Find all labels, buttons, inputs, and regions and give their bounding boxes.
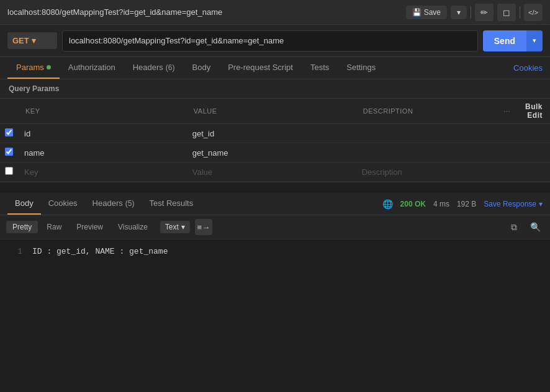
tab-tests[interactable]: Tests	[302, 57, 338, 79]
fmt-tab-preview[interactable]: Preview	[70, 221, 109, 233]
divider	[471, 6, 471, 19]
format-bar: Pretty Raw Preview Visualize Text ▾ ≡→ ⧉…	[0, 215, 550, 239]
resp-tab-cookies[interactable]: Cookies	[41, 193, 85, 215]
title-url: localhost:8080/getMappingTest?id=get_id&…	[7, 7, 222, 17]
chevron-icon: ▾	[457, 8, 461, 17]
placeholder-desc-input[interactable]	[362, 167, 490, 177]
placeholder-checkbox[interactable]	[5, 166, 13, 176]
resp-tab-headers[interactable]: Headers (5)	[85, 193, 142, 215]
tab-authorization-label: Authorization	[68, 63, 115, 72]
row2-bulk	[518, 143, 550, 163]
code-button[interactable]: </>	[524, 4, 543, 21]
pencil-icon: ✏	[480, 7, 488, 17]
query-params-title: Query Params	[0, 79, 550, 99]
row1-desc-cell	[356, 124, 497, 143]
wrap-lines-button[interactable]: ≡→	[195, 219, 212, 235]
resp-tab-test-results[interactable]: Test Results	[142, 193, 201, 215]
tab-headers-label: Headers	[133, 63, 163, 72]
cookies-link[interactable]: Cookies	[513, 63, 543, 73]
copy-button[interactable]: ⧉	[505, 219, 523, 235]
send-button[interactable]: Send	[483, 30, 526, 51]
code-line-1: 1 ID : get_id, NAME : get_name	[0, 246, 550, 257]
row1-key-cell	[18, 124, 186, 143]
row2-key-input[interactable]	[24, 148, 180, 158]
query-params-section: Query Params KEY VALUE DESCRIPTION ··· B…	[0, 79, 550, 182]
row2-value-input[interactable]	[192, 148, 349, 158]
row2-desc-cell	[356, 143, 497, 163]
send-dropdown-button[interactable]: ▾	[526, 30, 543, 51]
title-actions: 💾 Save ▾ ✏ ◻ </>	[406, 4, 543, 21]
save-response-label: Save Response	[484, 200, 536, 208]
fmt-tab-raw[interactable]: Raw	[40, 221, 68, 233]
row2-checkbox-cell	[0, 143, 18, 163]
header-bulk-edit: Bulk Edit	[518, 99, 550, 124]
dropdown-button[interactable]: ▾	[451, 6, 467, 19]
header-checkbox	[0, 99, 18, 124]
placeholder-key-cell	[18, 163, 186, 182]
save-button[interactable]: 💾 Save	[406, 6, 447, 19]
row2-key-cell	[18, 143, 186, 163]
row1-checkbox-cell	[0, 124, 18, 143]
params-dot	[47, 65, 51, 69]
fmt-visualize-label: Visualize	[118, 223, 148, 231]
row1-dots	[496, 124, 518, 143]
tab-pre-request[interactable]: Pre-request Script	[219, 57, 302, 79]
comment-button[interactable]: ◻	[497, 4, 516, 21]
format-select-chevron: ▾	[181, 223, 185, 231]
resp-tab-headers-label: Headers	[92, 198, 123, 208]
code-icon: </>	[528, 9, 538, 16]
row1-checkbox[interactable]	[5, 128, 13, 137]
row1-value-input[interactable]	[192, 129, 349, 138]
method-chevron: ▾	[32, 36, 36, 45]
section-spacer	[0, 182, 550, 193]
status-code: 200 OK	[400, 200, 426, 208]
code-area: 1 ID : get_id, NAME : get_name	[0, 239, 550, 314]
url-input[interactable]	[62, 30, 478, 51]
send-chevron-icon: ▾	[533, 37, 536, 45]
send-button-group: Send ▾	[483, 30, 543, 51]
resp-tab-body[interactable]: Body	[7, 193, 41, 215]
save-response-chevron: ▾	[539, 200, 543, 208]
fmt-raw-label: Raw	[47, 223, 61, 231]
placeholder-desc-cell	[356, 163, 497, 182]
placeholder-key-input[interactable]	[24, 167, 180, 177]
format-select[interactable]: Text ▾	[160, 221, 190, 233]
row1-key-input[interactable]	[24, 129, 180, 138]
header-description: DESCRIPTION	[356, 99, 497, 124]
placeholder-checkbox-cell	[0, 163, 18, 182]
tab-authorization[interactable]: Authorization	[60, 57, 124, 79]
search-icon: 🔍	[530, 222, 541, 232]
header-key: KEY	[18, 99, 186, 124]
search-button[interactable]: 🔍	[526, 219, 544, 235]
row1-value-cell	[186, 124, 356, 143]
save-icon: 💾	[412, 8, 422, 17]
save-response-button[interactable]: Save Response ▾	[484, 200, 543, 208]
row2-desc-input[interactable]	[362, 148, 490, 158]
wrap-lines-icon: ≡→	[197, 223, 210, 232]
comment-icon: ◻	[503, 7, 510, 17]
pencil-button[interactable]: ✏	[475, 4, 494, 21]
tab-headers[interactable]: Headers (6)	[124, 57, 184, 79]
table-row-placeholder	[0, 163, 550, 182]
tab-body[interactable]: Body	[184, 57, 220, 79]
url-bar: GET ▾ Send ▾	[0, 25, 550, 57]
fmt-preview-label: Preview	[76, 223, 103, 231]
tab-params-label: Params	[16, 63, 44, 72]
tab-params[interactable]: Params	[7, 57, 60, 79]
tab-pre-request-label: Pre-request Script	[228, 63, 293, 72]
row1-desc-input[interactable]	[362, 129, 490, 138]
resp-tab-test-results-label: Test Results	[149, 198, 193, 208]
response-time: 4 ms	[433, 200, 449, 208]
tab-settings[interactable]: Settings	[338, 57, 384, 79]
fmt-tab-visualize[interactable]: Visualize	[112, 221, 154, 233]
params-table: KEY VALUE DESCRIPTION ··· Bulk Edit	[0, 99, 550, 182]
placeholder-dots	[496, 163, 518, 182]
method-label: GET	[12, 36, 29, 45]
row2-checkbox[interactable]	[5, 147, 13, 156]
header-dots: ···	[496, 99, 518, 124]
response-actions: ⧉ 🔍	[505, 219, 544, 235]
request-tabs: Params Authorization Headers (6) Body Pr…	[0, 57, 550, 79]
placeholder-value-input[interactable]	[192, 167, 349, 177]
method-select[interactable]: GET ▾	[7, 32, 57, 49]
fmt-tab-pretty[interactable]: Pretty	[6, 221, 38, 233]
